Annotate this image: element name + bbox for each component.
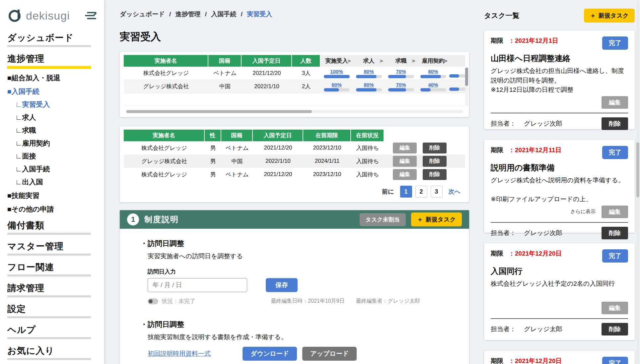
sidebar-item-other-applications[interactable]: ■その他の申請 [7,205,97,214]
progress-link[interactable]: 40% [428,82,438,87]
document-link[interactable]: 初回説明時用資料一式 [148,349,211,358]
sidebar-item-flow[interactable]: フロー関連 [7,261,97,276]
breadcrumb-dashboard[interactable]: ダッシュボード [120,11,165,18]
sidebar-item-job-offer[interactable]: ∟求人 [7,113,97,122]
sidebar-item-contract[interactable]: ∟雇用契約 [7,139,97,148]
scrollbar-thumb[interactable] [465,68,468,86]
sidebar-item-help[interactable]: ヘルプ [7,324,97,339]
pagination-page-3[interactable]: 3 [431,186,443,198]
progress-cell: 100% [320,67,353,80]
sidebar-item-dashboard[interactable]: ダッシュボード [7,32,97,47]
sidebar-item-favorites[interactable]: お気に入り [7,345,97,360]
cell-status: 入国待ち [351,157,384,165]
status-toggle[interactable] [148,298,158,304]
visit-date-input[interactable] [148,278,247,292]
stage-header-clipped [449,55,465,67]
edit-button[interactable]: 編集 [393,169,417,180]
sidebar-item-departure[interactable]: ∟出入国 [7,177,97,187]
save-button[interactable]: 保存 [266,278,298,292]
sidebar-item-entry-procedure[interactable]: ∟入国手続 [7,164,97,174]
edit-button[interactable]: 編集 [393,156,417,167]
breadcrumb-immigration[interactable]: 入国手続 [211,11,236,18]
sidebar-item-billing[interactable]: 請求管理 [7,282,97,297]
complete-button[interactable]: 完了 [602,36,628,50]
delete-button[interactable]: 削除 [423,156,447,167]
toggle-knob [149,299,153,303]
horizontal-scrollbar[interactable] [126,110,463,113]
edit-button[interactable]: 編集 [393,143,417,153]
sidebar-item-technical-training[interactable]: ■技能実習 [7,191,97,200]
sidebar-item-interview[interactable]: ∟面接 [7,152,97,161]
sidebar-item-master[interactable]: マスター管理 [7,240,97,256]
upload-button[interactable]: アップロード [302,347,357,361]
sidebar-item-training-accept[interactable]: ∟実習受入 [7,100,97,109]
new-task-button[interactable]: ＋新規タスク [584,9,635,23]
sidebar-item-union[interactable]: ■組合加入・脱退 [7,73,97,83]
sidebar-item-immigration[interactable]: ■入国手続 [7,87,97,96]
task-edit-row: 編集 [491,302,628,314]
new-task-button[interactable]: ＋新規タスク [411,212,462,226]
delete-button[interactable]: 削除 [602,227,628,239]
edit-button[interactable]: 編集 [602,206,628,218]
edit-button[interactable]: 編集 [602,96,628,109]
menu-toggle-icon[interactable] [84,11,97,21]
progress-link[interactable]: 60% [331,82,341,87]
complete-button[interactable]: 完了 [602,146,628,159]
sidebar-item-progress[interactable]: 進捗管理 [7,53,97,69]
pagination-page-2[interactable]: 2 [415,186,427,198]
process-item-description: 技能実習制度を説明する書類を作成・準備する。 [148,333,457,341]
scrollbar-thumb[interactable] [636,143,639,197]
breadcrumb-separator: / [241,11,243,18]
delete-button[interactable]: 削除 [423,143,447,153]
show-more-link[interactable]: さらに表示 [570,209,596,215]
delete-button[interactable]: 削除 [602,323,628,335]
edit-button[interactable]: 編集 [602,302,628,314]
bullet: ・ [140,320,148,329]
pagination-page-1[interactable]: 1 [400,186,412,198]
cell-count: 3人 [292,67,320,80]
sidebar-item-job-seek[interactable]: ∟求職 [7,126,97,135]
progress-link[interactable]: 80% [428,69,438,74]
row-actions: 編集 削除 [384,143,465,153]
residents-table-card: 実施者名 性 国籍 入国予定日 在留期限 在留状況 株式会社グレッジ 男 ベトナ… [120,126,469,202]
deadline-label: 期限 [491,249,503,258]
scrollbar-thumb[interactable] [126,110,312,113]
status-row: 状況：未完了 最終編集日時：2021年10月9日 最終編集者：グレッジ太郎 [148,297,457,305]
assignee-label: 担当者： [491,325,516,334]
breadcrumb-progress[interactable]: 進捗管理 [176,11,201,18]
progress-link[interactable]: 70% [396,69,406,74]
task-footer: 担当者： グレッジ太郎 削除 [491,323,628,335]
task-panel-title: タスク一覧 [484,11,519,20]
stage-arrow-icon: ＞ [346,57,352,65]
download-button[interactable]: ダウンロード [243,347,297,361]
cell-nationality: 中国 [221,157,253,165]
page-scrollbar[interactable] [636,0,639,364]
task-unassigned-badge: タスク未割当 [360,213,406,226]
vertical-scrollbar[interactable] [465,67,468,106]
pagination-next[interactable]: 次へ [446,186,463,198]
sidebar: dekisugi ダッシュボード 進捗管理 ■組合加入・脱退 ■入国手続 [0,0,104,364]
progress-link[interactable]: 80% [364,69,374,74]
delete-button[interactable]: 削除 [602,117,628,130]
deadline-label: 期限 [491,146,503,154]
table-row: グレッジ株式会社 男 中国 2022/1/10 2024/1/11 入国待ち 編… [124,154,465,168]
sidebar-item-settings[interactable]: 設定 [7,303,97,318]
breadcrumb-separator: / [169,11,171,18]
progress-fill [388,88,406,91]
deadline-date: ：2021年12月20日 [509,249,562,258]
progress-link[interactable]: 70% [396,82,406,87]
progress-bar [356,88,382,91]
breadcrumb-separator: / [205,11,207,18]
task-description: 株式会社グレッジ入社予定の2名の入国同行 [491,279,628,300]
progress-link[interactable]: 80% [364,82,374,87]
assignee-name: グレッジ次郎 [524,119,562,128]
complete-button[interactable]: 完了 [602,357,628,364]
progress-link[interactable]: 100% [330,69,343,74]
assignee-label: 担当者： [491,119,516,128]
deadline-label: 期限 [491,36,503,45]
sidebar-item-documents[interactable]: 備付書類 [7,219,97,235]
pagination-prev[interactable]: 前に [379,186,396,198]
task-card: 期限 ：2021年12月11日 完了 説明用の書類準備 グレッジ株式会社へ説明用… [484,140,635,233]
complete-button[interactable]: 完了 [602,249,628,263]
delete-button[interactable]: 削除 [423,169,447,180]
